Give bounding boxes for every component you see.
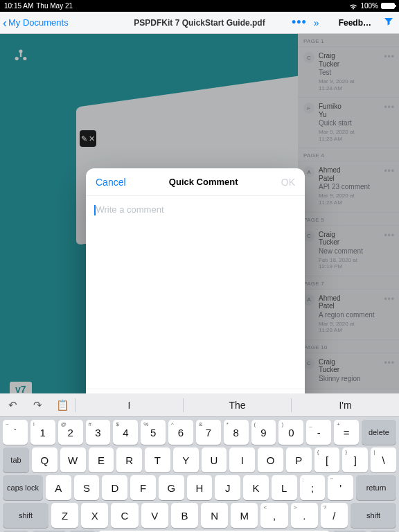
redo-button[interactable]: ↷ [25,393,50,417]
key-;[interactable]: :; [300,475,326,500]
key-u[interactable]: U [202,447,227,472]
key-b[interactable]: B [171,503,198,528]
key-v[interactable]: V [141,503,168,528]
key-a[interactable]: A [46,475,71,500]
battery-pct: 100% [360,2,378,10]
modal-title: Quick Comment [169,177,238,187]
key-n[interactable]: N [201,503,228,528]
suggestion-bar: ↶ ↷ 📋 I The I'm [0,393,399,417]
key-delete[interactable]: delete [362,420,396,445]
more-icon[interactable]: ••• [292,15,307,30]
cancel-button[interactable]: Cancel [96,177,126,188]
key-.[interactable]: >. [291,503,318,528]
key-w[interactable]: W [60,447,86,472]
key-,[interactable]: <, [260,503,287,528]
key-x[interactable]: X [81,503,108,528]
key-/[interactable]: ?/ [321,503,348,528]
suggestion-1[interactable]: I [76,400,183,411]
key-7[interactable]: &7 [196,420,221,445]
key-r[interactable]: R [116,447,142,472]
feedback-tab[interactable]: Feedb… [339,18,371,28]
key-5[interactable]: %5 [141,420,166,445]
key-`[interactable]: ~` [3,420,28,445]
key-2[interactable]: @2 [58,420,83,445]
keyboard-row-5: ☺.?123🎤.?123⌨ [0,528,399,532]
key-capslock[interactable]: caps lock [3,475,43,500]
nav-bar: ‹ My Documents PSPDFKit 7 QuickStart Gui… [0,12,399,34]
forward-icon[interactable]: » [314,17,319,28]
status-time: 10:15 AM [4,2,33,10]
chevron-left-icon: ‹ [3,17,7,29]
wifi-icon [349,3,357,9]
key-e[interactable]: E [89,447,114,472]
key-0[interactable]: )0 [278,420,303,445]
key-j[interactable]: J [215,475,240,500]
back-label: My Documents [8,17,69,28]
key-return[interactable]: return [356,475,396,500]
keyboard-row-3: caps lockASDFGHJKL:;"'return [0,472,399,500]
comment-input[interactable]: Write a comment [86,196,305,389]
undo-button[interactable]: ↶ [0,393,25,417]
text-cursor [94,205,96,215]
key-tab[interactable]: tab [3,447,29,472]
key-shift[interactable]: shift [351,503,396,528]
status-date: Thu May 21 [36,2,73,10]
key-f[interactable]: F [130,475,156,500]
on-screen-keyboard: ↶ ↷ 📋 I The I'm ~`!1@2#3$4%5^6&7*8(9)0_-… [0,393,399,532]
comment-placeholder: Write a comment [96,204,164,215]
key-l[interactable]: L [272,475,297,500]
key-8[interactable]: *8 [224,420,249,445]
content-area: ✎✕ v7 QuickSt Guide PAGE 1CCraigTuckerTe… [0,34,399,532]
suggestion-2[interactable]: The [184,400,291,411]
key-z[interactable]: Z [51,503,78,528]
status-bar: 10:15 AM Thu May 21 100% [0,0,399,12]
key-1[interactable]: !1 [30,420,55,445]
key-p[interactable]: P [286,447,312,472]
keyboard-row-1: ~`!1@2#3$4%5^6&7*8(9)0_-+=delete [0,417,399,445]
key-][interactable]: }] [342,447,368,472]
key-[[interactable]: {[ [314,447,340,472]
key-g[interactable]: G [159,475,184,500]
key-q[interactable]: Q [32,447,57,472]
key-\[interactable]: |\ [371,447,396,472]
modal-header: Cancel Quick Comment OK [86,168,305,196]
key-k[interactable]: K [243,475,269,500]
clipboard-button[interactable]: 📋 [50,393,75,417]
battery-icon [381,3,395,9]
key-c[interactable]: C [111,503,138,528]
key-h[interactable]: H [187,475,213,500]
key-t[interactable]: T [145,447,170,472]
keyboard-row-4: shiftZXCVBNM<,>.?/shift [0,500,399,528]
suggestion-3[interactable]: I'm [292,400,399,411]
key-'[interactable]: "' [328,475,353,500]
key-4[interactable]: $4 [113,420,138,445]
back-button[interactable]: ‹ My Documents [0,17,69,29]
key-s[interactable]: S [74,475,100,500]
filter-icon[interactable] [384,17,393,29]
key-shift[interactable]: shift [3,503,48,528]
key-y[interactable]: Y [173,447,199,472]
key-6[interactable]: ^6 [168,420,193,445]
key-9[interactable]: (9 [251,420,276,445]
key-i[interactable]: I [229,447,255,472]
key--[interactable]: _- [306,420,331,445]
key-o[interactable]: O [258,447,283,472]
keyboard-row-2: tabQWERTYUIOP{[}]|\ [0,445,399,472]
key-d[interactable]: D [102,475,127,500]
key-=[interactable]: += [334,420,359,445]
key-3[interactable]: #3 [86,420,111,445]
key-m[interactable]: M [231,503,258,528]
ok-button[interactable]: OK [281,177,295,188]
